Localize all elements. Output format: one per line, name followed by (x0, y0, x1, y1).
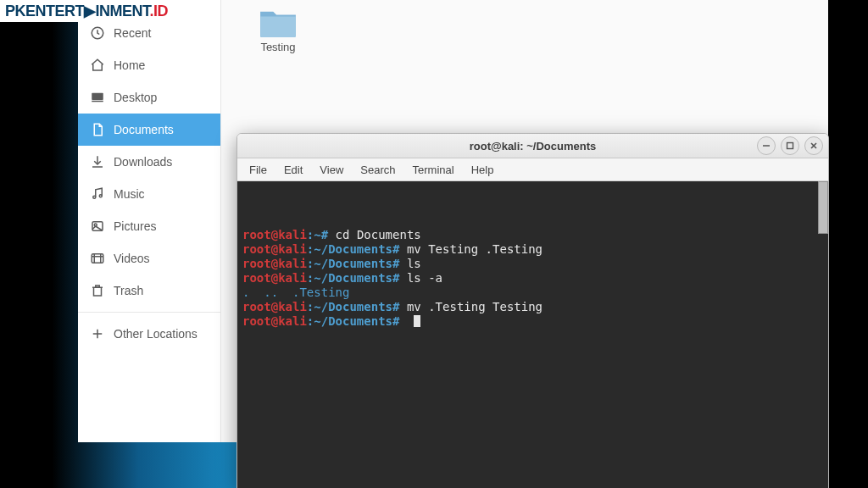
sidebar-separator (78, 312, 220, 313)
terminal-menubar: File Edit View Search Terminal Help (237, 158, 828, 181)
sidebar-item-trash[interactable]: Trash (78, 274, 220, 307)
sidebar-item-desktop[interactable]: Desktop (78, 81, 220, 114)
menu-file[interactable]: File (249, 164, 267, 176)
terminal-window: root@kali: ~/Documents File Edit View Se… (236, 133, 829, 488)
videos-icon (90, 251, 105, 266)
sidebar-item-label: Downloads (114, 155, 172, 169)
sidebar-item-label: Other Locations (114, 327, 198, 341)
sidebar-item-videos[interactable]: Videos (78, 242, 220, 274)
svg-rect-2 (92, 101, 103, 103)
desktop-icon (90, 90, 105, 105)
watermark-glyph: ▶ (84, 3, 96, 19)
file-manager-sidebar: Recent Home Desktop Documents Downloads … (78, 0, 221, 442)
terminal-titlebar[interactable]: root@kali: ~/Documents (237, 134, 828, 158)
watermark: PKENTERT▶INMENT.ID (0, 0, 173, 22)
pictures-icon (90, 219, 105, 234)
documents-icon (90, 122, 105, 137)
svg-point-4 (99, 195, 102, 197)
svg-rect-8 (787, 143, 793, 149)
sidebar-item-home[interactable]: Home (78, 49, 220, 81)
watermark-tld: .ID (150, 3, 169, 19)
svg-rect-7 (92, 254, 103, 263)
terminal-title: root@kali: ~/Documents (470, 140, 597, 152)
close-button[interactable] (804, 136, 823, 155)
svg-rect-1 (92, 93, 103, 100)
folder-icon (259, 7, 298, 39)
sidebar-item-label: Documents (114, 123, 174, 136)
download-icon (90, 154, 105, 169)
music-icon (90, 186, 105, 202)
terminal-output: root@kali:~# cd Documents root@kali:~/Do… (242, 228, 823, 329)
window-controls (757, 136, 823, 155)
menu-help[interactable]: Help (471, 164, 494, 176)
menu-search[interactable]: Search (360, 164, 395, 176)
trash-icon (90, 283, 105, 298)
maximize-button[interactable] (781, 136, 799, 155)
desktop-background: PKENTERT▶INMENT.ID Recent Home Desktop D… (0, 0, 868, 488)
sidebar-item-music[interactable]: Music (78, 178, 220, 210)
scrollbar-thumb[interactable] (818, 181, 828, 234)
sidebar-item-label: Home (114, 58, 145, 72)
sidebar-item-label: Desktop (114, 91, 157, 104)
sidebar-item-label: Videos (114, 252, 150, 265)
svg-point-3 (93, 196, 96, 198)
sidebar-item-label: Pictures (114, 219, 157, 233)
plus-icon (90, 326, 105, 341)
folder-testing[interactable]: Testing (248, 7, 308, 53)
sidebar-item-label: Music (114, 187, 145, 201)
watermark-text2: INMENT (96, 3, 150, 19)
minimize-button[interactable] (757, 136, 776, 155)
terminal-body[interactable]: root@kali:~# cd Documents root@kali:~/Do… (237, 181, 828, 488)
sidebar-item-label: Trash (114, 284, 143, 297)
sidebar-item-documents[interactable]: Documents (78, 114, 220, 146)
watermark-text: PKENTERT (5, 3, 84, 19)
home-icon (90, 58, 105, 73)
sidebar-item-downloads[interactable]: Downloads (78, 146, 220, 178)
menu-edit[interactable]: Edit (284, 164, 303, 176)
sidebar-item-label: Recent (114, 26, 151, 40)
sidebar-item-other-locations[interactable]: Other Locations (78, 318, 220, 350)
menu-view[interactable]: View (320, 164, 343, 176)
clock-icon (90, 25, 105, 41)
folder-label: Testing (248, 41, 308, 53)
menu-terminal[interactable]: Terminal (413, 164, 454, 176)
sidebar-item-pictures[interactable]: Pictures (78, 210, 220, 242)
